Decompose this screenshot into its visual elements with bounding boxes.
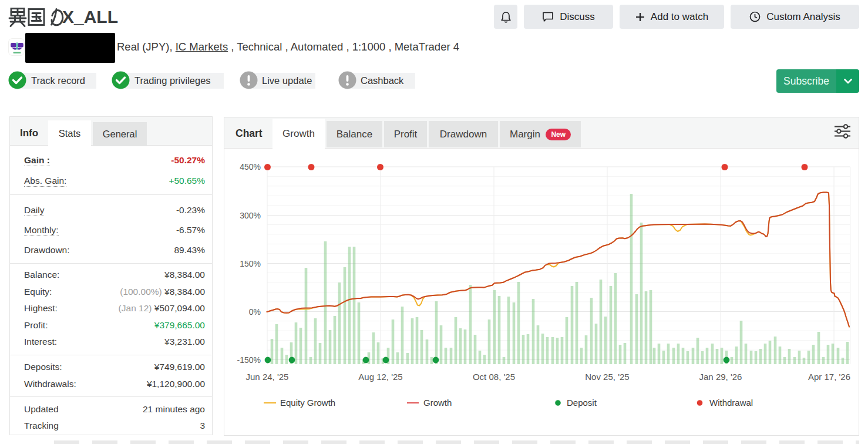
- svg-text:Deposit: Deposit: [567, 398, 597, 408]
- svg-text:450%: 450%: [240, 162, 261, 171]
- svg-text:0%: 0%: [249, 307, 261, 317]
- svg-text:Aug 12, '25: Aug 12, '25: [358, 372, 402, 382]
- svg-text:Apr 17, '26: Apr 17, '26: [808, 372, 850, 382]
- svg-text:Oct 08, '25: Oct 08, '25: [473, 372, 515, 382]
- svg-text:Equity Growth: Equity Growth: [280, 398, 335, 408]
- svg-text:Nov 25, '25: Nov 25, '25: [585, 372, 629, 382]
- svg-text:Growth: Growth: [423, 398, 452, 408]
- svg-text:Jan 29, '26: Jan 29, '26: [699, 372, 742, 382]
- svg-text:150%: 150%: [240, 259, 261, 268]
- svg-text:Withdrawal: Withdrawal: [709, 398, 753, 408]
- svg-text:300%: 300%: [240, 211, 261, 220]
- svg-text:-150%: -150%: [237, 355, 261, 365]
- svg-text:Jun 24, '25: Jun 24, '25: [246, 372, 289, 382]
